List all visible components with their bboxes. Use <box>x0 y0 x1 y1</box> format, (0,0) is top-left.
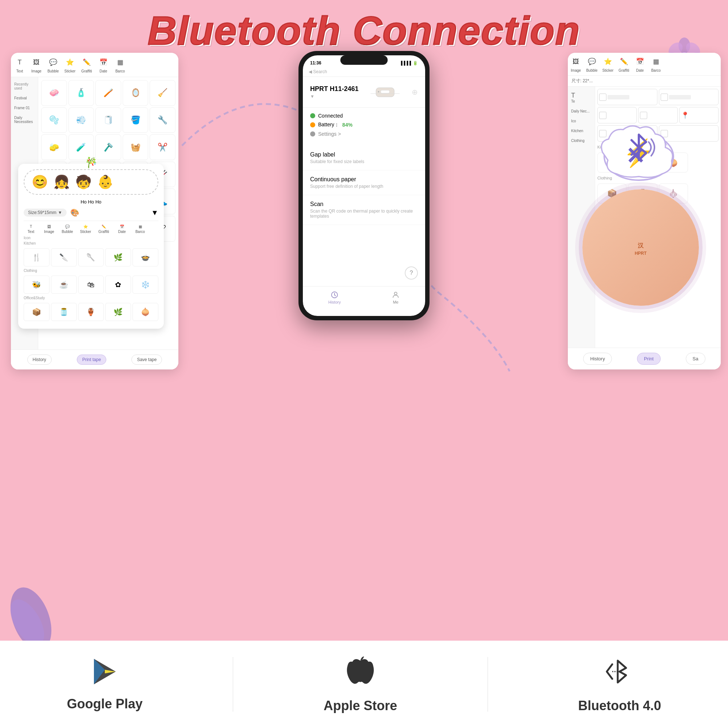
app-toolbar: T Text 🖼 Image 💬 Bubble ⭐ Sticker ✏️ Gra… <box>11 53 178 77</box>
tool-text[interactable]: T Text <box>24 225 38 234</box>
svg-rect-13 <box>381 90 390 93</box>
menu-item-continuous[interactable]: Continuous paper Support free definition… <box>303 170 425 195</box>
tool-graffiti[interactable]: ✏️ Graffiti <box>96 225 111 234</box>
menu-item-gap-label[interactable]: Gap label Suitable for fixed size labels <box>303 145 425 170</box>
size-selector: Size:59*15mm ▼ 🎨 ▼ <box>24 208 158 217</box>
toolbar-text[interactable]: T Text <box>14 57 26 73</box>
sidebar-daily[interactable]: Daily Necessities <box>13 113 36 126</box>
right-save-button[interactable]: Sa <box>686 353 705 365</box>
tool-date[interactable]: 📅 Date <box>115 225 129 234</box>
phone-nav: ◀ Search <box>303 67 425 77</box>
battery-dot <box>310 122 315 127</box>
grid-icon[interactable]: 🫧 <box>41 107 67 133</box>
label-secondary-toolbar: T Text 🖼 Image 💬 Bubble ⭐ Sticker ✏️ Gra… <box>24 220 158 234</box>
right-toolbar-date[interactable]: 📅 Date <box>634 56 646 72</box>
face-icon-4: 👶 <box>97 174 113 190</box>
right-app-toolbar: 🖼 Image 💬 Bubble ⭐ Sticker ✏️ Graffiti 📅… <box>568 53 721 76</box>
add-button[interactable]: ⊕ <box>412 88 418 96</box>
template-cell[interactable] <box>659 89 719 105</box>
office-grid: 📦 🫙 🏺 🌿 🧅 <box>24 303 158 321</box>
right-history-button[interactable]: History <box>583 353 612 365</box>
right-sidebar-daily[interactable]: Daily Nec... <box>570 107 593 115</box>
toolbar-bubble[interactable]: 💬 Bubble <box>47 57 59 73</box>
toolbar-date[interactable]: 📅 Date <box>98 57 109 73</box>
label-text: Ho Ho Ho <box>24 199 158 205</box>
connected-dot <box>310 113 315 118</box>
grid-icon[interactable]: 🧽 <box>41 134 67 160</box>
right-print-button[interactable]: Print <box>637 353 661 365</box>
tool-image[interactable]: 🖼 Image <box>42 225 57 234</box>
grid-icon[interactable]: 🪞 <box>123 80 148 106</box>
grid-icon[interactable]: 🪒 <box>95 134 121 160</box>
print-tape-button[interactable]: Print tape <box>77 355 106 365</box>
grid-icon[interactable]: 💨 <box>69 107 94 133</box>
grid-icon[interactable]: 🧹 <box>150 80 176 106</box>
toolbar-barcode[interactable]: ▦ Barco <box>114 57 126 73</box>
tab-history[interactable]: History <box>328 291 341 304</box>
grid-icon[interactable]: 🪣 <box>123 107 148 133</box>
bottom-section: Google Play Apple Store Bluetooth 4 <box>0 641 728 728</box>
apple-store[interactable]: Apple Store <box>324 655 397 713</box>
label-inner: 🎋 😊 👧 🧒 👶 <box>24 169 158 195</box>
template-cell[interactable] <box>597 89 658 105</box>
phone-notch <box>340 55 388 65</box>
printer-inner: 汉 HPRT <box>612 219 670 277</box>
svg-rect-14 <box>378 91 379 92</box>
template-cell[interactable]: 📍 <box>679 107 719 123</box>
right-toolbar-bubble[interactable]: 💬 Bubble <box>586 56 598 72</box>
color-picker[interactable]: 🎨 <box>70 208 80 217</box>
sidebar-festival[interactable]: Festival <box>13 94 36 102</box>
device-status: Connected Battery： 84% Settings > <box>303 108 425 142</box>
grid-icon[interactable]: 🔧 <box>150 107 176 133</box>
kitchen-grid: 🍴 🔪 🥄 🌿 🍲 <box>24 248 158 266</box>
toolbar-sticker[interactable]: ⭐ Sticker <box>64 57 76 73</box>
right-sidebar-icon[interactable]: Ico <box>570 117 593 125</box>
size-tag[interactable]: Size:59*15mm ▼ <box>24 209 67 217</box>
right-sidebar-text[interactable]: T Te <box>570 90 593 106</box>
clothing-grid: 🐝 ☕ 🛍 ✿ ❄️ <box>24 275 158 294</box>
menu-item-scan[interactable]: Scan Scan the QR code on thermal paper t… <box>303 195 425 225</box>
sidebar-recently-used[interactable]: Recently used <box>13 80 36 92</box>
help-button[interactable]: ? <box>405 266 418 280</box>
tool-sticker[interactable]: ⭐ Sticker <box>78 225 93 234</box>
phone-mockup: 11:36 ▐▐▐▐ 🔋 ◀ Search HPRT H11-2461 ▼ <box>298 51 430 320</box>
toolbar-image[interactable]: 🖼 Image <box>31 57 42 73</box>
grid-icon[interactable]: 🧺 <box>123 134 148 160</box>
right-app-bottom-bar: History Print Sa <box>568 348 721 369</box>
history-button[interactable]: History <box>27 355 52 365</box>
expand-icon[interactable]: ▼ <box>151 209 158 217</box>
divider-1 <box>232 657 233 712</box>
right-sidebar-kitchen[interactable]: Kitchen <box>570 127 593 135</box>
tab-me[interactable]: Me <box>392 291 400 304</box>
toolbar-graffiti[interactable]: ✏️ Graffiti <box>81 57 92 73</box>
grid-icon[interactable]: 🧻 <box>95 107 121 133</box>
grid-icon[interactable]: 🧼 <box>41 80 67 106</box>
google-play-icon <box>90 657 119 692</box>
google-play-store[interactable]: Google Play <box>67 657 143 712</box>
save-tape-button[interactable]: Save tape <box>132 355 162 365</box>
right-sidebar-clothing[interactable]: Clothing <box>570 136 593 145</box>
tool-barcode[interactable]: ▦ Barco <box>133 225 147 234</box>
app-bottom-bar: History Print tape Save tape <box>11 349 178 369</box>
phone-tab-bar: History Me <box>303 286 425 312</box>
right-toolbar-barcode[interactable]: ▦ Barco <box>650 56 662 72</box>
svg-point-17 <box>394 292 397 295</box>
grid-icon[interactable]: ✂️ <box>150 134 176 160</box>
right-toolbar-graffiti[interactable]: ✏️ Graffiti <box>618 56 630 72</box>
page-title: Bluetooth Connection <box>148 7 581 54</box>
right-toolbar-sticker[interactable]: ⭐ Sticker <box>602 56 614 72</box>
bluetooth-icon <box>605 655 634 694</box>
bluetooth-item[interactable]: Bluetooth 4.0 <box>578 655 661 713</box>
grid-icon[interactable]: 🧴 <box>69 80 94 106</box>
sidebar-frame[interactable]: Frame 01 <box>13 104 36 112</box>
svg-text:HPRT: HPRT <box>635 251 647 256</box>
face-icon-3: 🧒 <box>75 174 92 190</box>
tool-bubble[interactable]: 💬 Bubble <box>60 225 75 234</box>
right-toolbar-image[interactable]: 🖼 Image <box>570 56 582 72</box>
phone-menu-items: Gap label Suitable for fixed size labels… <box>303 142 425 229</box>
label-preview-card: 🎋 😊 👧 🧒 👶 Ho Ho Ho Size:59*15mm ▼ 🎨 ▼ T … <box>18 164 164 329</box>
face-icon-2: 👧 <box>54 174 70 190</box>
apple-icon <box>346 655 375 694</box>
device-row: HPRT H11-2461 ▼ ⊕ <box>303 77 425 108</box>
grid-icon[interactable]: 🪥 <box>95 80 121 106</box>
